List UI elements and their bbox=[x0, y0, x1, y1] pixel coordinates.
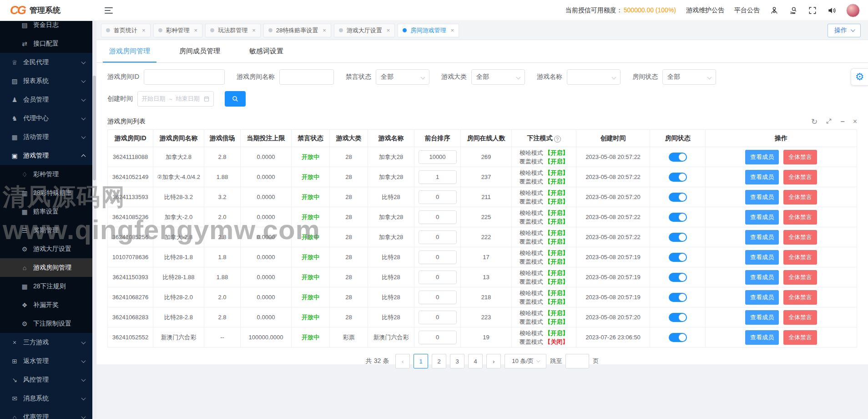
close-tab-icon[interactable]: × bbox=[323, 27, 326, 34]
view-members-button[interactable]: 查看成员 bbox=[745, 250, 779, 265]
theme-settings-button[interactable]: ⚙ bbox=[851, 68, 868, 86]
view-members-button[interactable]: 查看成员 bbox=[745, 190, 779, 204]
date-range-picker[interactable]: 开始日期 ~ 结束日期 bbox=[137, 91, 214, 107]
sidebar-item-15[interactable]: ▦28下注规则 bbox=[0, 277, 92, 296]
close-panel-icon[interactable]: × bbox=[853, 118, 857, 125]
room-status-toggle[interactable] bbox=[669, 313, 687, 322]
mute-all-button[interactable]: 全体禁言 bbox=[783, 170, 817, 184]
view-members-button[interactable]: 查看成员 bbox=[745, 150, 779, 164]
sidebar-item-12[interactable]: ☰奖期管理 bbox=[0, 221, 92, 240]
room-status-toggle[interactable] bbox=[669, 213, 687, 222]
operation-dropdown-button[interactable]: 操作 bbox=[828, 24, 861, 37]
page-button-4[interactable]: 4 bbox=[468, 354, 483, 368]
sidebar-item-5[interactable]: ♟会员管理 bbox=[0, 90, 92, 109]
mute-all-button[interactable]: 全体禁言 bbox=[783, 230, 817, 245]
room-status-toggle[interactable] bbox=[669, 193, 687, 202]
mute-all-button[interactable]: 全体禁言 bbox=[783, 310, 817, 325]
page-button-1[interactable]: 1 bbox=[414, 354, 428, 368]
view-members-button[interactable]: 查看成员 bbox=[745, 170, 779, 184]
mute-all-button[interactable]: 全体禁言 bbox=[783, 150, 817, 164]
minimize-icon[interactable]: − bbox=[840, 118, 844, 125]
sidebar-item-19[interactable]: ⊞返水管理 bbox=[0, 352, 92, 370]
platform-notice-link[interactable]: 平台公告 bbox=[734, 6, 760, 15]
subtab-1[interactable]: 游戏房间管理 bbox=[109, 40, 150, 62]
page-button-2[interactable]: 2 bbox=[432, 354, 446, 368]
view-members-button[interactable]: 查看成员 bbox=[745, 210, 779, 225]
expand-icon[interactable] bbox=[826, 118, 832, 126]
sidebar-scrollbar-thumb[interactable] bbox=[93, 76, 96, 180]
room-status-toggle[interactable] bbox=[669, 153, 687, 162]
sort-order-input[interactable] bbox=[419, 210, 457, 224]
mute-all-button[interactable]: 全体禁言 bbox=[783, 270, 817, 285]
sidebar-item-8[interactable]: ▣游戏管理 bbox=[0, 146, 92, 165]
close-tab-icon[interactable]: × bbox=[142, 27, 146, 34]
sort-order-input[interactable] bbox=[419, 190, 457, 204]
mute-all-button[interactable]: 全体禁言 bbox=[783, 190, 817, 204]
sidebar-item-2[interactable]: ⇄接口配置 bbox=[0, 34, 92, 53]
avatar[interactable] bbox=[846, 4, 860, 17]
search-button[interactable] bbox=[225, 91, 246, 107]
mute-all-button[interactable]: 全体禁言 bbox=[783, 250, 817, 265]
room-status-toggle[interactable] bbox=[669, 173, 687, 182]
speaker-icon[interactable] bbox=[827, 6, 836, 15]
sidebar-scrollbar[interactable] bbox=[92, 21, 96, 419]
page-tab-5[interactable]: 游戏大厅设置× bbox=[334, 24, 395, 37]
sidebar-item-9[interactable]: ♢彩种管理 bbox=[0, 165, 92, 184]
game-category-select[interactable]: 全部 bbox=[471, 69, 525, 85]
sidebar-item-13[interactable]: ⚙游戏大厅设置 bbox=[0, 240, 92, 258]
sidebar-item-1[interactable]: ▤资金日志 bbox=[0, 21, 92, 34]
room-status-select[interactable]: 全部 bbox=[662, 69, 716, 85]
jump-page-input[interactable] bbox=[565, 354, 589, 368]
sidebar-item-4[interactable]: ▨报表系统 bbox=[0, 72, 92, 90]
view-members-button[interactable]: 查看成员 bbox=[745, 290, 779, 305]
close-tab-icon[interactable]: × bbox=[387, 27, 390, 34]
sidebar-item-20[interactable]: ↘风控管理 bbox=[0, 370, 92, 389]
sidebar-item-21[interactable]: ✉消息系统 bbox=[0, 389, 92, 408]
room-status-toggle[interactable] bbox=[669, 253, 687, 262]
page-tab-2[interactable]: 彩种管理× bbox=[153, 24, 203, 37]
room-name-input[interactable] bbox=[279, 69, 334, 85]
sort-order-input[interactable] bbox=[419, 311, 457, 324]
view-members-button[interactable]: 查看成员 bbox=[745, 270, 779, 285]
sidebar-item-10[interactable]: ▥28彩特殊赔率 bbox=[0, 184, 92, 202]
sort-order-input[interactable] bbox=[419, 230, 457, 244]
sort-order-input[interactable] bbox=[419, 291, 457, 304]
sidebar-collapse-icon[interactable] bbox=[105, 7, 113, 14]
sidebar-item-11[interactable]: ▦赔率设置 bbox=[0, 202, 92, 221]
subtab-3[interactable]: 敏感词设置 bbox=[249, 40, 283, 62]
game-name-select[interactable] bbox=[567, 69, 621, 85]
page-tab-3[interactable]: 玩法群管理× bbox=[205, 24, 261, 37]
mute-all-button[interactable]: 全体禁言 bbox=[783, 330, 817, 345]
room-status-toggle[interactable] bbox=[669, 293, 687, 302]
sidebar-item-6[interactable]: ♞代理中心 bbox=[0, 109, 92, 128]
close-tab-icon[interactable]: × bbox=[450, 27, 454, 34]
sidebar-item-17[interactable]: ⚙下注限制设置 bbox=[0, 314, 92, 333]
mute-all-button[interactable]: 全体禁言 bbox=[783, 290, 817, 305]
room-status-toggle[interactable] bbox=[669, 273, 687, 282]
close-tab-icon[interactable]: × bbox=[252, 27, 256, 34]
view-members-button[interactable]: 查看成员 bbox=[745, 330, 779, 345]
prev-page-button[interactable]: ‹ bbox=[395, 354, 410, 368]
sort-order-input[interactable] bbox=[419, 150, 457, 164]
user-lock-icon[interactable] bbox=[770, 6, 779, 15]
subtab-2[interactable]: 房间成员管理 bbox=[179, 40, 220, 62]
maintenance-notice-link[interactable]: 游戏维护公告 bbox=[686, 6, 724, 15]
mute-all-button[interactable]: 全体禁言 bbox=[783, 210, 817, 225]
next-page-button[interactable]: › bbox=[486, 354, 501, 368]
room-id-input[interactable] bbox=[144, 69, 225, 85]
sidebar-item-22[interactable]: ⌂优惠管理 bbox=[0, 408, 92, 419]
page-size-select[interactable]: 10 条/页 bbox=[505, 354, 546, 368]
view-members-button[interactable]: 查看成员 bbox=[745, 310, 779, 325]
close-tab-icon[interactable]: × bbox=[194, 27, 198, 34]
sidebar-item-16[interactable]: ❖补漏开奖 bbox=[0, 296, 92, 314]
sidebar-item-14[interactable]: ⌂游戏房间管理 bbox=[0, 258, 92, 277]
page-tab-4[interactable]: 28特殊赔率设置× bbox=[263, 24, 331, 37]
room-status-toggle[interactable] bbox=[669, 333, 687, 342]
page-tab-1[interactable]: 首页统计× bbox=[101, 24, 151, 37]
page-button-3[interactable]: 3 bbox=[450, 354, 464, 368]
view-members-button[interactable]: 查看成员 bbox=[745, 230, 779, 245]
sort-order-input[interactable] bbox=[419, 170, 457, 184]
sort-order-input[interactable] bbox=[419, 250, 457, 264]
sort-order-input[interactable] bbox=[419, 331, 457, 344]
page-tab-6[interactable]: 房间游戏管理× bbox=[398, 24, 459, 37]
